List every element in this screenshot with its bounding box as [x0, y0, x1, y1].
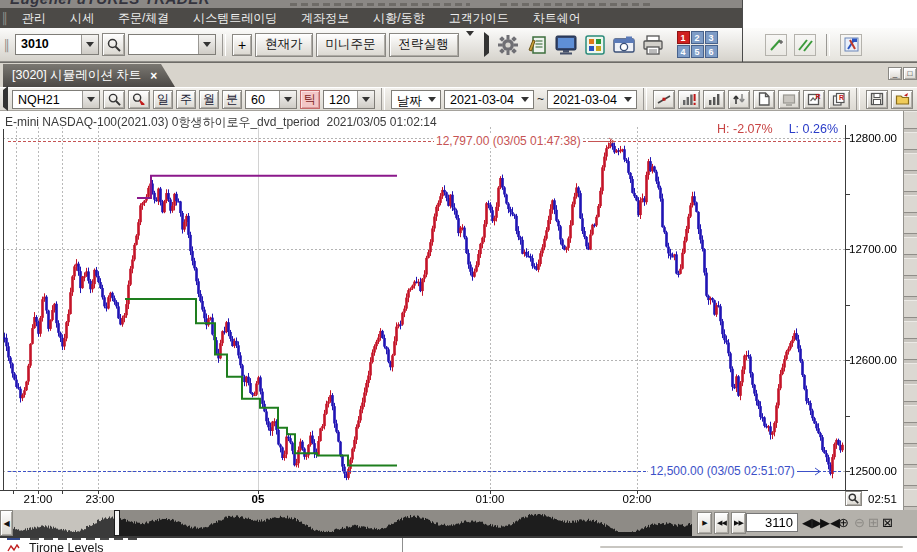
add-screen-button[interactable]: + [232, 34, 252, 56]
menu-item-account[interactable]: 계좌정보 [289, 10, 361, 27]
expand-range-icon[interactable]: ◀▶ [802, 515, 822, 531]
settings-button[interactable] [495, 32, 521, 58]
chart-copy-button[interactable]: R [803, 90, 825, 109]
layout-button[interactable] [582, 32, 608, 58]
candlestick-chart-canvas[interactable] [0, 111, 903, 510]
title-bar: EugeneFuTURES TRADER [0, 0, 742, 8]
period-tick-button[interactable]: 틱 [300, 90, 320, 109]
zoom-in-icon[interactable]: ⊕ [838, 515, 849, 531]
indicator-context-menu: Tirone Levels [0, 538, 403, 552]
dropdown-arrow-icon[interactable] [466, 36, 474, 54]
combo-arrow-icon[interactable] [620, 91, 636, 108]
toolbar-grip[interactable]: ║ [2, 39, 12, 51]
trendline-plus-button[interactable] [765, 34, 787, 56]
sort-updown-button[interactable] [728, 90, 750, 109]
expand-arrow-icon[interactable] [484, 36, 489, 54]
chart-symbol-combobox[interactable]: NQH21 [12, 90, 100, 109]
quick-slot-4[interactable]: 4 [677, 45, 690, 58]
date-mode-value: 날짜 [392, 91, 424, 108]
zoom-out-icon[interactable]: ⊖ [854, 515, 865, 531]
right-icon-strip[interactable] [903, 111, 917, 510]
date-to-combobox[interactable]: 2021-03-04 [547, 90, 637, 109]
menu-item-manage[interactable]: 관리 [10, 10, 58, 27]
quick-slot-2[interactable]: 2 [691, 31, 704, 44]
quick-slot-5[interactable]: 5 [691, 45, 704, 58]
symbol-search-combobox[interactable] [128, 34, 216, 55]
axis-zoom-button[interactable] [845, 491, 862, 506]
new-page-button[interactable] [753, 90, 775, 109]
save-button[interactable] [866, 90, 888, 109]
symbol-search-button[interactable] [103, 90, 125, 109]
chart-copy-r-icon: R [807, 92, 821, 106]
parallel-lines-button[interactable] [794, 34, 816, 56]
jump-start-button[interactable]: ◀◀ [714, 512, 729, 534]
date-from-combobox[interactable]: 2021-03-04 [444, 90, 534, 109]
quick-slot-3[interactable]: 3 [705, 31, 718, 44]
monitor-button[interactable] [553, 32, 579, 58]
menu-item-orders[interactable]: 주문/체결 [106, 10, 181, 27]
current-price-button[interactable]: 현재가 [255, 33, 313, 57]
search-button[interactable] [102, 33, 125, 56]
date-mode-combobox[interactable]: 날짜 [391, 90, 441, 109]
minute-interval-combobox[interactable]: 60 [245, 90, 297, 109]
combo-arrow-icon[interactable] [82, 91, 99, 108]
navigator-back-button[interactable]: ◀ [0, 510, 13, 536]
x-axis-tick-label: 02:00 [623, 493, 652, 505]
date-from-value: 2021-03-04 [445, 91, 517, 108]
main-toolbar: ║ 3010 + 현재가 미니주문 전략실행 [0, 28, 742, 62]
jump-end-button[interactable]: ▶▶ [731, 512, 746, 534]
memo-button[interactable] [524, 32, 550, 58]
step-forward-button[interactable]: ▶ [697, 512, 712, 534]
tools-icon [843, 36, 860, 53]
minimize-button[interactable]: _ [888, 67, 902, 80]
cross-line-tool-button[interactable] [653, 90, 675, 109]
open-button[interactable] [891, 90, 913, 109]
menu-item-guide[interactable]: 고객가이드 [437, 10, 521, 27]
period-month-button[interactable]: 월 [199, 90, 219, 109]
combo-arrow-icon[interactable] [81, 35, 98, 54]
navigator-slider-handle[interactable] [114, 510, 120, 536]
menu-item-market-trend[interactable]: 시황/동향 [361, 10, 436, 27]
toolbar-grip[interactable]: ║ [0, 12, 10, 24]
high-low-readout: H: -2.07%L: 0.26% [717, 122, 838, 136]
screen-number-combobox[interactable]: 3010 [15, 34, 99, 55]
menu-item-quotes[interactable]: 시세 [58, 10, 106, 27]
quick-slot-6[interactable]: 6 [705, 45, 718, 58]
snapshot-button[interactable] [611, 32, 637, 58]
strategy-run-button[interactable]: 전략실행 [389, 33, 459, 57]
scroll-left-icon[interactable] [3, 90, 8, 108]
tab-bar: [3020] 시뮬레이션 차트 × _ □ [0, 62, 917, 87]
combo-arrow-icon[interactable] [357, 91, 374, 108]
close-box-icon[interactable]: ⊠ [882, 515, 893, 531]
tick-interval-value: 120 [324, 91, 357, 108]
tv-mode-button[interactable] [778, 90, 800, 109]
period-minute-button[interactable]: 분 [222, 90, 242, 109]
mini-order-button[interactable]: 미니주문 [316, 33, 386, 57]
menu-item-system-trading[interactable]: 시스템트레이딩 [181, 10, 289, 27]
page-copy-button[interactable]: R [828, 90, 850, 109]
period-week-button[interactable]: 주 [176, 90, 196, 109]
combo-arrow-icon[interactable] [517, 91, 533, 108]
print-button[interactable] [640, 32, 666, 58]
fit-window-icon[interactable]: ⊞ [868, 515, 879, 531]
symbol-recall-button[interactable] [128, 90, 150, 109]
tab-simulation-chart[interactable]: [3020] 시뮬레이션 차트 × [3, 64, 175, 87]
bar-count-input[interactable] [746, 513, 798, 532]
tab-close-icon[interactable]: × [150, 69, 157, 83]
maximize-button[interactable]: □ [903, 67, 917, 80]
search-recall-icon [132, 93, 146, 106]
quick-slot-1[interactable]: 1 [677, 31, 690, 44]
indicator-bars-button[interactable] [703, 90, 725, 109]
x-axis-date-label: 05 [252, 493, 265, 505]
period-day-button[interactable]: 일 [153, 90, 173, 109]
combo-arrow-icon[interactable] [198, 35, 215, 54]
combo-arrow-icon[interactable] [424, 91, 440, 108]
menu-item-tirone-levels[interactable]: Tirone Levels [0, 541, 104, 552]
combo-arrow-icon[interactable] [279, 91, 296, 108]
collapse-range-icon[interactable]: ▶◀ [820, 515, 840, 531]
menu-item-chart-share[interactable]: 차트쉐어 [521, 10, 593, 27]
trading-app-window: EugeneFuTURES TRADER ║ 관리 시세 주문/체결 시스템트레… [0, 0, 917, 552]
tick-interval-combobox[interactable]: 120 [323, 90, 375, 109]
tools-button[interactable] [840, 34, 862, 56]
indicator-alert-button[interactable] [678, 90, 700, 109]
